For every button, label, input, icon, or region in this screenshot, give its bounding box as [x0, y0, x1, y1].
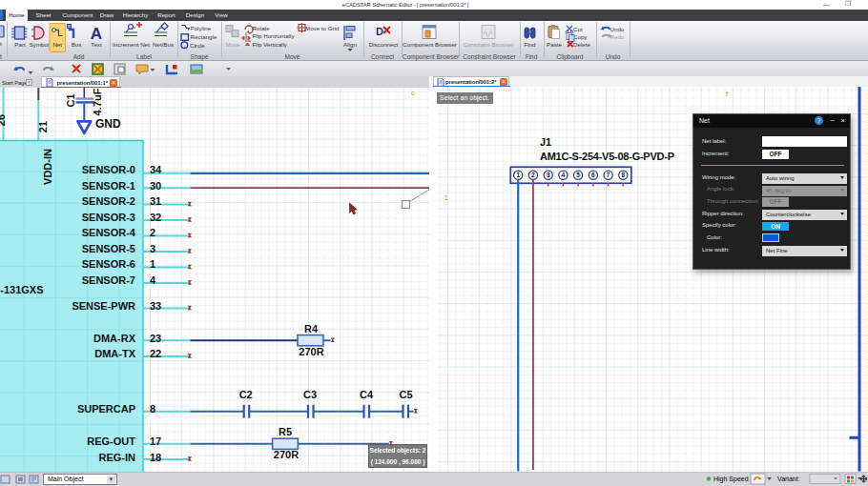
svg-text:4: 4	[150, 274, 156, 286]
svg-text:18: 18	[150, 452, 161, 463]
svg-text:C1: C1	[65, 93, 76, 107]
svg-text:270R: 270R	[299, 346, 323, 357]
svg-text:DMA-TX: DMA-TX	[94, 348, 135, 359]
svg-text:8: 8	[150, 403, 155, 415]
svg-text:SENSE-PWR: SENSE-PWR	[72, 300, 135, 312]
svg-text:GND: GND	[95, 117, 121, 131]
svg-text:SENSOR-3: SENSOR-3	[82, 212, 135, 223]
svg-text:23: 23	[150, 333, 161, 344]
svg-text:270R: 270R	[274, 449, 299, 460]
svg-text:SENSOR-1: SENSOR-1	[82, 180, 135, 192]
svg-text:4.7uF: 4.7uF	[92, 88, 103, 115]
svg-text:7: 7	[607, 172, 610, 178]
svg-text:1: 1	[516, 172, 520, 178]
svg-text:t: t	[0, 53, 2, 60]
svg-text:32: 32	[150, 212, 161, 223]
svg-text:5: 5	[576, 172, 580, 178]
svg-text:R5: R5	[279, 426, 292, 437]
svg-text:J1: J1	[540, 136, 551, 148]
svg-text:1: 1	[150, 258, 155, 270]
svg-text:6: 6	[591, 172, 595, 178]
svg-text:SENSOR-4: SENSOR-4	[82, 227, 136, 238]
svg-text:17: 17	[150, 435, 161, 447]
svg-text:8: 8	[621, 172, 625, 178]
svg-text:2: 2	[150, 227, 155, 238]
svg-text:SENSOR-2: SENSOR-2	[82, 195, 135, 207]
svg-text:3: 3	[547, 172, 550, 178]
svg-text:3: 3	[150, 243, 155, 254]
svg-text:SENSOR-6: SENSOR-6	[82, 258, 135, 270]
svg-text:C3: C3	[303, 389, 317, 400]
svg-text:31: 31	[150, 195, 161, 207]
svg-text:SUPERCAP: SUPERCAP	[77, 403, 135, 415]
svg-text:A: A	[91, 25, 102, 43]
svg-text:AM1C-S-254-V5-08-G-PVD-P: AM1C-S-254-V5-08-G-PVD-P	[540, 151, 674, 162]
svg-text:REG-OUT: REG-OUT	[87, 435, 135, 447]
svg-text:DMA-RX: DMA-RX	[93, 333, 136, 344]
svg-text:34: 34	[150, 164, 162, 175]
svg-text:22: 22	[150, 348, 161, 359]
svg-text:C5: C5	[399, 389, 412, 400]
svg-text:2: 2	[531, 172, 535, 178]
svg-text:c: c	[411, 89, 415, 97]
svg-text:REG-IN: REG-IN	[99, 452, 136, 463]
svg-text:1: 1	[444, 193, 449, 202]
svg-text:SENSOR-7: SENSOR-7	[82, 274, 135, 286]
svg-text:C4: C4	[360, 389, 374, 400]
svg-text:D: D	[376, 26, 383, 37]
svg-text:4: 4	[562, 172, 566, 178]
svg-text:SENSOR-0: SENSOR-0	[82, 164, 135, 175]
svg-text:26: 26	[0, 114, 7, 126]
svg-text:30: 30	[150, 180, 161, 192]
svg-text:R4: R4	[304, 323, 319, 334]
svg-text:33: 33	[150, 300, 161, 312]
svg-text:-131GXS: -131GXS	[0, 284, 43, 295]
svg-text:VDD-IN: VDD-IN	[42, 149, 53, 185]
svg-text:21: 21	[37, 121, 49, 132]
svg-text:t: t	[0, 40, 2, 47]
svg-text:C2: C2	[239, 389, 253, 400]
svg-text:SENSOR-5: SENSOR-5	[82, 243, 135, 254]
svg-text:Net: Net	[52, 41, 62, 48]
